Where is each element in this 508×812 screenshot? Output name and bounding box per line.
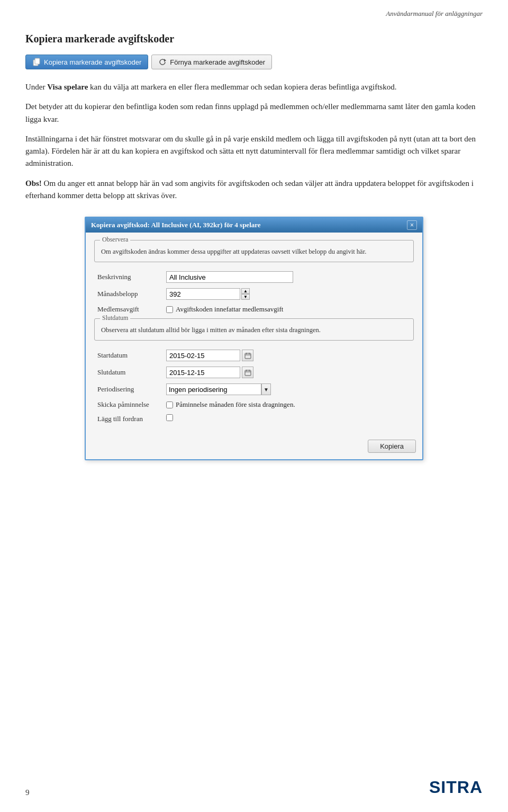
beskrivning-label: Beskrivning: [94, 269, 163, 285]
observera-text: Om avgiftskoden ändras kommer dessa uppg…: [101, 247, 407, 256]
header-title: Användarmanual för anläggningar: [386, 10, 483, 17]
startdatum-label: Startdatum: [94, 347, 163, 364]
manadsbelopp-spin: ▲ ▼: [166, 288, 411, 300]
medlemsavgift-row: Medlemsavgift Avgiftskoden innefattar me…: [94, 302, 414, 316]
spin-down-btn[interactable]: ▼: [241, 294, 250, 300]
startdatum-input[interactable]: [166, 350, 240, 361]
form-table-2: Startdatum: [94, 347, 414, 426]
calendar-icon-2: [244, 369, 251, 376]
observera-group: Observera Om avgiftskoden ändras kommer …: [94, 240, 414, 262]
manadsbelopp-row: Månadsbelopp ▲ ▼: [94, 285, 414, 302]
visa-spelare-bold: Visa spelare: [47, 83, 88, 91]
main-content: Kopiera markerade avgiftskoder Kopiera m…: [0, 18, 508, 481]
form-table: Beskrivning Månadsbelopp: [94, 269, 414, 316]
dialog-wrapper: Kopiera avgiftskod: All Inclusive (AI, 3…: [85, 217, 423, 460]
beskrivning-row: Beskrivning: [94, 269, 414, 285]
page-header: Användarmanual för anläggningar: [0, 0, 508, 18]
skicka-checkbox-row: Påminnelse månaden före sista dragningen…: [166, 400, 411, 409]
periodisering-label: Periodisering: [94, 381, 163, 398]
refresh-icon: [158, 58, 167, 66]
section-title: Kopiera markerade avgiftskoder: [25, 33, 483, 45]
fornya-markerade-btn[interactable]: Förnya markerade avgiftskoder: [151, 55, 272, 69]
kopiera-dialog: Kopiera avgiftskod: All Inclusive (AI, 3…: [85, 217, 423, 460]
spin-up-btn[interactable]: ▲: [241, 288, 250, 294]
page-footer: 9 SITRA: [0, 778, 508, 797]
slutdatum-group: Slutdatum Observera att slutdatum alltid…: [94, 318, 414, 341]
skicka-checkbox-label: Påminnelse månaden före sista dragningen…: [176, 400, 295, 409]
kopiera-button[interactable]: Kopiera: [368, 440, 416, 453]
periodisering-select[interactable]: Ingen periodisering: [166, 383, 261, 395]
startdatum-calendar-btn[interactable]: [242, 350, 253, 361]
dialog-body: Observera Om avgiftskoden ändras kommer …: [86, 233, 422, 435]
kopiera-markerade-btn[interactable]: Kopiera markerade avgiftskoder: [25, 55, 148, 69]
slutdatum-wrap: [166, 367, 411, 378]
svg-marker-2: [164, 59, 166, 62]
paragraph-1: Under Visa spelare kan du välja att mark…: [25, 81, 483, 93]
dialog-titlebar: Kopiera avgiftskod: All Inclusive (AI, 3…: [86, 218, 422, 233]
lagg-till-row: Lägg till fordran: [94, 412, 414, 426]
slutdatum-input[interactable]: [166, 367, 240, 378]
svg-rect-3: [245, 353, 251, 359]
slutdatum-text: Observera att slutdatum alltid bör ligga…: [101, 325, 407, 335]
skicka-label: Skicka påminnelse: [94, 398, 163, 412]
observera-legend: Observera: [100, 236, 130, 244]
manadsbelopp-input[interactable]: [166, 288, 240, 300]
skicka-row: Skicka påminnelse Påminnelse månaden för…: [94, 398, 414, 412]
medlemsavgift-checkbox-label: Avgiftskoden innefattar medlemsavgift: [176, 305, 283, 314]
svg-rect-7: [245, 370, 251, 376]
obs-label: Obs!: [25, 179, 42, 188]
slutdatum-row: Slutdatum: [94, 364, 414, 381]
slutdatum-legend: Slutdatum: [100, 314, 130, 322]
lagg-till-label: Lägg till fordran: [94, 412, 163, 426]
beskrivning-input[interactable]: [166, 271, 293, 283]
paragraph-3: Inställningarna i det här fönstret motsv…: [25, 133, 483, 170]
slutdatum-label: Slutdatum: [94, 364, 163, 381]
obs-text: Om du anger ett annat belopp här än vad …: [25, 179, 474, 200]
skicka-checkbox[interactable]: [166, 401, 173, 408]
dialog-footer: Kopiera: [86, 435, 422, 459]
lagg-till-checkbox[interactable]: [166, 414, 173, 421]
spin-buttons: ▲ ▼: [241, 288, 250, 300]
calendar-icon: [244, 352, 251, 359]
dialog-title: Kopiera avgiftskod: All Inclusive (AI, 3…: [91, 221, 261, 229]
periodisering-row: Periodisering Ingen periodisering ▼: [94, 381, 414, 398]
page-number: 9: [25, 788, 30, 797]
periodisering-select-wrap: Ingen periodisering ▼: [166, 383, 411, 395]
startdatum-row: Startdatum: [94, 347, 414, 364]
dialog-close-button[interactable]: ×: [407, 220, 417, 230]
startdatum-wrap: [166, 350, 411, 361]
slutdatum-calendar-btn[interactable]: [242, 367, 253, 378]
select-arrow-icon: ▼: [261, 383, 271, 395]
medlemsavgift-checkbox[interactable]: [166, 306, 173, 313]
medlemsavgift-checkbox-row: Avgiftskoden innefattar medlemsavgift: [166, 305, 411, 314]
obs-paragraph: Obs! Om du anger ett annat belopp här än…: [25, 177, 483, 202]
manadsbelopp-label: Månadsbelopp: [94, 285, 163, 302]
copy-icon: [32, 58, 41, 66]
paragraph-2: Det betyder att du kopierar den befintli…: [25, 101, 483, 126]
svg-rect-1: [35, 58, 40, 64]
toolbar: Kopiera markerade avgiftskoder Förnya ma…: [25, 55, 483, 69]
sitra-logo: SITRA: [429, 778, 483, 797]
